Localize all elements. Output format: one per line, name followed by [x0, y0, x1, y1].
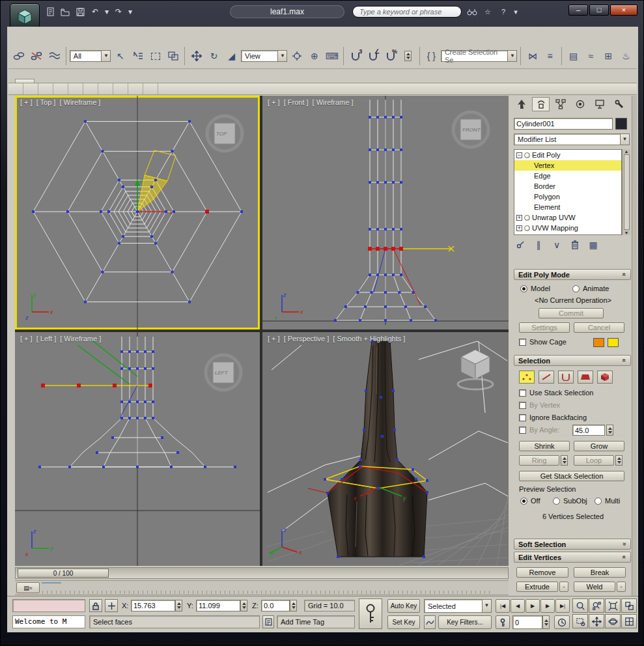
time-slider[interactable]: 0 / 100: [18, 569, 109, 578]
select-by-name-icon[interactable]: [130, 48, 146, 64]
display-tab-icon[interactable]: [591, 97, 608, 111]
menu-item[interactable]: [106, 35, 118, 38]
named-selection-sets-dropdown[interactable]: Create Selection Se▼: [441, 50, 517, 62]
use-stack-selection-checkbox[interactable]: Use Stack Selection: [519, 389, 593, 397]
extrude-button[interactable]: Extrude: [516, 582, 558, 592]
communication-center-icon[interactable]: [262, 615, 274, 628]
minimize-button[interactable]: –: [568, 5, 588, 16]
selection-filter-dropdown[interactable]: All▼: [70, 50, 111, 62]
pan-button[interactable]: [589, 614, 604, 628]
modifier-onoff-icon[interactable]: [524, 225, 530, 231]
ribbon-panel-button[interactable]: [128, 83, 143, 94]
object-color-swatch[interactable]: [615, 118, 627, 130]
mirror-icon[interactable]: ⋈: [524, 48, 540, 64]
save-file-icon[interactable]: [74, 6, 87, 18]
selection-lock-toggle-icon[interactable]: [89, 599, 102, 612]
play-button[interactable]: ▶: [525, 599, 540, 613]
menu-item[interactable]: [158, 35, 170, 38]
viewport-shading-menu[interactable]: [ Smooth + Highlights ]: [333, 335, 405, 343]
preview-subobj-radio[interactable]: SubObj: [553, 497, 587, 505]
select-and-rotate-icon[interactable]: ↻: [206, 48, 222, 64]
angle-spinner[interactable]: [606, 425, 613, 436]
expand-toggle-icon[interactable]: −: [516, 152, 522, 158]
commit-button[interactable]: Commit: [539, 308, 604, 318]
modifier-stack-row[interactable]: Edge: [514, 171, 621, 181]
zoom-region-button[interactable]: [572, 614, 588, 628]
hierarchy-tab-icon[interactable]: [552, 97, 569, 111]
favorites-star-icon[interactable]: ☆: [481, 6, 494, 18]
dropdown-arrow-icon[interactable]: ▼: [277, 51, 287, 61]
key-mode-toggle-button[interactable]: [496, 615, 510, 629]
border-subobject-icon[interactable]: [558, 371, 574, 384]
extrude-settings-button[interactable]: ▫: [559, 582, 568, 592]
new-scene-icon[interactable]: [44, 6, 57, 18]
viewcube-left[interactable]: [205, 348, 248, 391]
zoom-extents-all-button[interactable]: [621, 598, 637, 613]
command-panel-scrollbar[interactable]: [632, 96, 637, 596]
viewport-top[interactable]: xyTOPyxz [ + ] [ Top ] [ Wireframe ]: [15, 96, 260, 330]
dropdown-arrow-icon[interactable]: ▼: [101, 51, 110, 61]
go-to-end-button[interactable]: ▶|: [555, 599, 570, 613]
ring-button[interactable]: Ring: [519, 455, 559, 466]
show-cage-checkbox[interactable]: Show Cage: [519, 338, 567, 346]
ignore-backfacing-checkbox[interactable]: Ignore Backfacing: [519, 414, 587, 421]
dropdown-arrow-icon[interactable]: ▼: [482, 600, 491, 612]
cancel-button[interactable]: Cancel: [574, 322, 624, 333]
pin-stack-icon[interactable]: [514, 239, 527, 251]
shrink-button[interactable]: Shrink: [519, 441, 570, 451]
time-slider-track[interactable]: 0 / 100: [15, 567, 509, 579]
menu-item[interactable]: [197, 35, 209, 38]
modifier-stack-row[interactable]: Element: [514, 202, 621, 212]
layer-manager-icon[interactable]: ▤: [565, 48, 581, 64]
viewport-menu-toggle[interactable]: [ + ]: [268, 335, 280, 343]
modifier-stack-row[interactable]: + UVW Mapping: [514, 223, 621, 233]
selection-set-filter-dropdown[interactable]: Selected▼: [424, 599, 492, 613]
expand-toggle-icon[interactable]: +: [516, 215, 522, 221]
key-filters-button[interactable]: Key Filters...: [438, 615, 492, 629]
rollout-edit-poly-mode[interactable]: Edit Poly Mode«: [514, 269, 631, 280]
search-binoculars-icon[interactable]: [466, 6, 479, 18]
viewcube-top[interactable]: [205, 111, 248, 154]
z-coordinate-field[interactable]: 0.0: [261, 600, 290, 611]
viewport-perspective[interactable]: xyzxy [ + ] [ Perspective ] [ Smooth + H…: [262, 332, 509, 566]
scrollbar-thumb[interactable]: [624, 154, 630, 230]
zoom-button[interactable]: [572, 598, 588, 613]
modifier-stack-row[interactable]: Vertex: [514, 160, 621, 171]
zoom-extents-button[interactable]: [605, 598, 621, 613]
maxscript-mini-listener[interactable]: Welcome to M: [12, 615, 85, 628]
use-pivot-point-center-icon[interactable]: [288, 48, 305, 64]
viewport-name-menu[interactable]: [ Perspective ]: [284, 335, 329, 343]
rectangular-selection-region-icon[interactable]: [147, 48, 163, 64]
menu-item[interactable]: [93, 35, 105, 38]
viewport-front[interactable]: FRONTzxy [ + ] [ Front ] [ Wireframe ]: [262, 96, 509, 330]
infocenter-search-input[interactable]: Type a keyword or phrase: [352, 6, 462, 18]
grow-button[interactable]: Grow: [574, 441, 624, 451]
menu-item[interactable]: [80, 35, 92, 38]
remove-button[interactable]: Remove: [516, 567, 568, 578]
previous-frame-button[interactable]: ◀: [511, 599, 525, 613]
default-tangent-icon[interactable]: [424, 615, 436, 629]
reference-coordinate-system-dropdown[interactable]: View▼: [241, 50, 287, 62]
track-bar[interactable]: ▤≈: [15, 580, 509, 595]
cage-color-swatch[interactable]: [593, 338, 604, 347]
settings-button[interactable]: Settings: [519, 322, 570, 333]
viewport-menu-toggle[interactable]: [ + ]: [268, 98, 280, 106]
redo-icon[interactable]: ↷: [112, 6, 125, 18]
viewport-shading-menu[interactable]: [ Wireframe ]: [313, 98, 354, 106]
element-subobject-icon[interactable]: [597, 371, 613, 384]
open-mini-curve-editor-button[interactable]: ▤≈: [16, 582, 40, 593]
rollout-edit-vertices[interactable]: Edit Vertices«: [514, 552, 631, 563]
viewport-name-menu[interactable]: [ Left ]: [36, 335, 57, 343]
orbit-button[interactable]: [605, 614, 621, 628]
zoom-all-button[interactable]: [589, 598, 604, 613]
go-to-start-button[interactable]: |◀: [496, 599, 510, 613]
viewport-shading-menu[interactable]: [ Wireframe ]: [59, 98, 100, 106]
curve-editor-icon[interactable]: ≈: [583, 48, 599, 64]
loop-button[interactable]: Loop: [574, 455, 614, 466]
select-and-move-icon[interactable]: [188, 48, 204, 64]
menu-item[interactable]: [67, 35, 79, 38]
viewcube-front[interactable]: [454, 111, 497, 154]
by-angle-checkbox[interactable]: By Angle:: [519, 426, 559, 434]
align-icon[interactable]: ≡: [542, 48, 558, 64]
get-stack-selection-button[interactable]: Get Stack Selection: [519, 471, 624, 481]
